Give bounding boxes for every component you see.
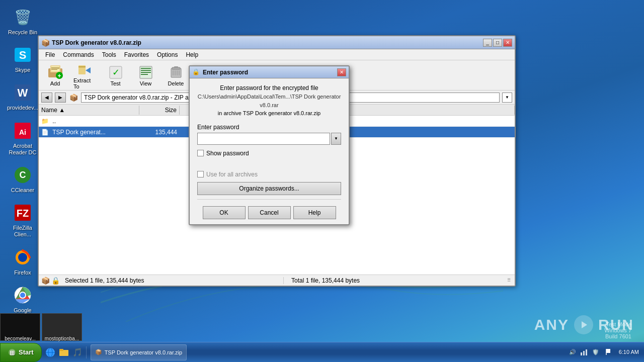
svg-rect-68	[586, 349, 587, 355]
menu-tools[interactable]: Tools	[98, 50, 120, 59]
status-resize-grip[interactable]: ⠿	[507, 278, 512, 283]
tray-flag-icon[interactable]	[603, 348, 611, 357]
tray-speaker-icon[interactable]: 🔊	[569, 349, 576, 355]
desktop: 🗑️ Recycle Bin S Skype W providedev...	[0, 0, 644, 362]
menu-commands[interactable]: Commands	[59, 50, 98, 59]
toolbar-test-button[interactable]: ✓ Test	[102, 62, 129, 88]
desktop-icon-skype[interactable]: S Skype	[5, 43, 40, 75]
taskbar-rar-icon: 📦	[95, 349, 102, 355]
file-cell-parent-name: 📁 ..	[39, 117, 139, 126]
file-cell-main-name: 📄 TSP Dork generat...	[39, 128, 139, 137]
organize-passwords-button[interactable]: Organize passwords...	[197, 182, 341, 195]
toolbar-add-icon: +	[47, 64, 63, 80]
skype-label: Skype	[15, 67, 31, 73]
password-dropdown-button[interactable]: ▼	[331, 133, 341, 145]
dialog-ok-button[interactable]: OK	[203, 206, 246, 219]
desktop-icon-firefox[interactable]: Firefox	[5, 245, 40, 278]
dialog-password-label: Enter password	[197, 124, 341, 131]
svg-rect-65	[59, 349, 63, 351]
menu-options[interactable]: Options	[153, 50, 182, 59]
taskbar-clock[interactable]: 6:10 AM	[619, 348, 639, 356]
quick-launch-folder[interactable]	[58, 346, 70, 358]
rar-window-title: TSP Dork generator v8.0.rar.zip	[52, 39, 483, 46]
rar-minimize-button[interactable]: _	[483, 39, 492, 47]
svg-rect-21	[51, 69, 57, 70]
build-text: Test Mode Windows 7 Build 7601	[604, 321, 631, 339]
quick-launch-ie[interactable]	[44, 346, 56, 358]
toolbar-delete-label: Delete	[168, 80, 184, 86]
dialog-info-line3: in archive TSP Dork generator v8.0.rar.z…	[197, 109, 341, 118]
toolbar-view-button[interactable]: View	[132, 62, 159, 88]
desktop-icon-recycle-bin[interactable]: 🗑️ Recycle Bin	[5, 5, 40, 38]
toolbar-view-icon	[138, 64, 154, 80]
dialog-cancel-button[interactable]: Cancel	[248, 206, 291, 219]
desktop-icon-acrobat[interactable]: Ai Acrobat Reader DC	[5, 119, 40, 158]
quick-launch-bar: 🎵	[42, 346, 87, 358]
toolbar-extract-button[interactable]: Extract To	[71, 59, 99, 92]
svg-text:✓: ✓	[112, 67, 119, 77]
col-header-name[interactable]: Name ▲	[39, 106, 139, 115]
desktop-icon-filezilla[interactable]: FZ FileZilla Clien...	[5, 201, 40, 240]
menu-help[interactable]: Help	[182, 50, 202, 59]
rar-statusbar: 📦 🔒 Selected 1 file, 135,444 bytes Total…	[39, 275, 515, 286]
svg-rect-32	[141, 72, 151, 73]
toolbar-delete-icon	[168, 64, 184, 80]
svg-text:C: C	[20, 170, 26, 180]
rar-close-button[interactable]: ✕	[503, 39, 512, 47]
taskbar-items: 📦 TSP Dork generator v8.0.rar.zip	[88, 344, 564, 360]
svg-rect-19	[51, 67, 59, 68]
rar-menubar: File Commands Tools Favorites Options He…	[39, 49, 515, 60]
dialog-close-button[interactable]: ✕	[337, 68, 346, 76]
address-back-button[interactable]: ◀	[41, 93, 52, 103]
taskbar-tray-icons: 🔊 🛡️	[569, 348, 611, 357]
menu-favorites[interactable]: Favorites	[120, 50, 153, 59]
file-icon: 📄	[41, 129, 49, 136]
word-label: providedev...	[7, 105, 38, 111]
filezilla-label: FileZilla Clien...	[7, 225, 38, 238]
thumb-label-right: mostoptionba...	[42, 336, 82, 341]
tray-shield-icon[interactable]: 🛡️	[592, 349, 599, 355]
start-button[interactable]: ⊞ Start	[0, 343, 42, 362]
menu-file[interactable]: File	[41, 50, 59, 59]
toolbar-add-button[interactable]: + Add	[41, 62, 69, 88]
rar-window-titlebar: 📦 TSP Dork generator v8.0.rar.zip _ □ ✕	[39, 36, 515, 49]
ccleaner-label: CCleaner	[11, 187, 34, 194]
skype-icon: S	[13, 45, 33, 65]
toolbar-extract-label: Extract To	[73, 77, 97, 89]
toolbar-view-label: View	[140, 80, 152, 86]
desktop-icon-word[interactable]: W providedev...	[5, 80, 40, 113]
quick-launch-media[interactable]: 🎵	[71, 346, 84, 358]
svg-rect-31	[141, 70, 151, 71]
taskbar-item-rar[interactable]: 📦 TSP Dork generator v8.0.rar.zip	[91, 344, 187, 360]
address-archive-icon: 📦	[68, 93, 78, 103]
dialog-body: Enter password for the encrypted file C:…	[190, 78, 349, 224]
clock-time: 6:10 AM	[619, 348, 639, 356]
recycle-bin-icon: 🗑️	[13, 7, 33, 27]
tray-network-icon[interactable]	[580, 348, 588, 357]
taskbar: ⊞ Start 🎵 📦 TSP Dork generator v8.0.rar.…	[0, 342, 644, 362]
svg-marker-25	[86, 67, 91, 73]
toolbar-delete-button[interactable]: Delete	[162, 62, 190, 88]
col-header-size[interactable]: Size	[139, 106, 180, 115]
file-cell-main-size: 135,444	[139, 128, 180, 137]
ccleaner-icon: C	[13, 165, 33, 185]
svg-rect-26	[78, 66, 86, 67]
dialog-buttons: OK Cancel Help	[197, 204, 341, 219]
filezilla-icon: FZ	[13, 203, 33, 223]
address-dropdown-button[interactable]: ▼	[502, 93, 512, 103]
show-password-checkbox[interactable]	[197, 150, 204, 156]
svg-text:⊞: ⊞	[10, 349, 15, 356]
address-forward-button[interactable]: ▶	[55, 93, 66, 103]
password-input[interactable]	[197, 133, 330, 145]
toolbar-test-label: Test	[110, 80, 120, 86]
build-info: Test Mode Windows 7 Build 7601	[604, 299, 631, 339]
dialog-help-button[interactable]: Help	[293, 206, 336, 219]
svg-rect-67	[583, 351, 585, 355]
acrobat-label: Acrobat Reader DC	[7, 143, 38, 156]
rar-restore-button[interactable]: □	[493, 39, 502, 47]
use-all-archives-checkbox[interactable]	[197, 171, 204, 177]
anyrun-play-icon	[574, 315, 593, 334]
show-password-row: Show password	[197, 150, 341, 157]
firefox-label: Firefox	[14, 269, 31, 276]
desktop-icon-ccleaner[interactable]: C CCleaner	[5, 163, 40, 196]
